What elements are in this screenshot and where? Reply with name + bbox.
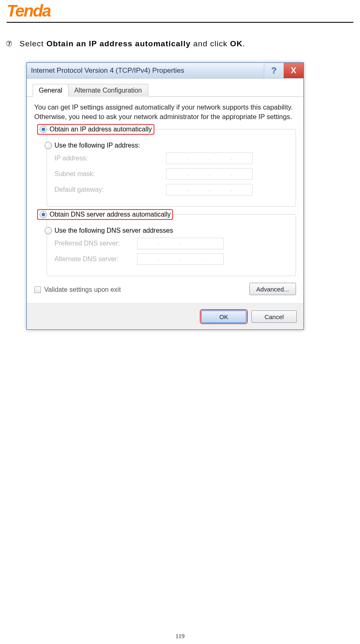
subnet-field: ... bbox=[166, 168, 253, 180]
validate-label: Validate settings upon exit bbox=[44, 286, 121, 293]
radio-icon bbox=[40, 211, 47, 218]
obtain-ip-label: Obtain an IP address automatically bbox=[50, 126, 152, 133]
page-header: Tenda bbox=[0, 0, 360, 23]
label-alternate-dns: Alternate DNS server: bbox=[54, 255, 137, 263]
obtain-dns-label: Obtain DNS server address automatically bbox=[50, 211, 171, 218]
row-preferred-dns: Preferred DNS server: ... bbox=[54, 238, 288, 249]
titlebar: Internet Protocol Version 4 (TCP/IPv4) P… bbox=[27, 63, 303, 79]
gateway-field: ... bbox=[166, 184, 253, 196]
radio-obtain-dns[interactable]: Obtain DNS server address automatically bbox=[37, 209, 173, 220]
tab-general[interactable]: General bbox=[33, 84, 69, 97]
page-number: 119 bbox=[0, 633, 360, 640]
row-subnet: Subnet mask: ... bbox=[54, 168, 288, 180]
use-ip-label: Use the following IP address: bbox=[54, 142, 140, 149]
row-alternate-dns: Alternate DNS server: ... bbox=[54, 253, 288, 265]
checkbox-icon bbox=[34, 286, 41, 293]
tabs-row: General Alternate Configuration bbox=[27, 79, 303, 97]
close-button[interactable]: X bbox=[284, 63, 303, 78]
preferred-dns-field: ... bbox=[137, 238, 224, 249]
cancel-button[interactable]: Cancel bbox=[251, 310, 297, 323]
label-ip-address: IP address: bbox=[54, 155, 166, 162]
help-button[interactable]: ? bbox=[264, 63, 284, 78]
header-rule bbox=[7, 22, 353, 23]
ok-button[interactable]: OK bbox=[201, 310, 246, 323]
advanced-button[interactable]: Advanced... bbox=[249, 283, 296, 295]
ip-address-field: ... bbox=[166, 153, 253, 164]
label-subnet: Subnet mask: bbox=[54, 170, 166, 178]
label-gateway: Default gateway: bbox=[54, 186, 166, 193]
radio-use-dns[interactable]: Use the following DNS server addresses bbox=[45, 227, 288, 234]
description-text: You can get IP settings assigned automat… bbox=[34, 103, 296, 122]
tenda-logo: Tenda bbox=[7, 2, 50, 20]
properties-dialog: Internet Protocol Version 4 (TCP/IPv4) P… bbox=[26, 62, 304, 330]
dialog-title: Internet Protocol Version 4 (TCP/IPv4) P… bbox=[31, 67, 184, 75]
step-number-icon: ⑦ bbox=[6, 39, 13, 48]
instruction-text: Select Obtain an IP address automaticall… bbox=[19, 39, 245, 48]
help-icon: ? bbox=[271, 65, 277, 76]
dns-group: Obtain DNS server address automatically … bbox=[47, 214, 296, 276]
radio-icon bbox=[40, 126, 47, 133]
radio-icon bbox=[45, 227, 52, 234]
radio-icon bbox=[45, 142, 52, 149]
use-dns-label: Use the following DNS server addresses bbox=[54, 227, 173, 234]
instruction-step: ⑦ Select Obtain an IP address automatica… bbox=[6, 39, 360, 48]
dialog-footer: OK Cancel bbox=[27, 303, 303, 329]
alternate-dns-field: ... bbox=[137, 253, 224, 265]
close-icon: X bbox=[291, 66, 296, 75]
radio-obtain-ip[interactable]: Obtain an IP address automatically bbox=[37, 124, 154, 135]
radio-use-ip[interactable]: Use the following IP address: bbox=[45, 142, 288, 149]
label-preferred-dns: Preferred DNS server: bbox=[54, 240, 137, 247]
tab-alternate[interactable]: Alternate Configuration bbox=[68, 84, 148, 97]
row-ip-address: IP address: ... bbox=[54, 153, 288, 164]
ip-group: Obtain an IP address automatically Use t… bbox=[47, 129, 296, 207]
row-gateway: Default gateway: ... bbox=[54, 184, 288, 196]
